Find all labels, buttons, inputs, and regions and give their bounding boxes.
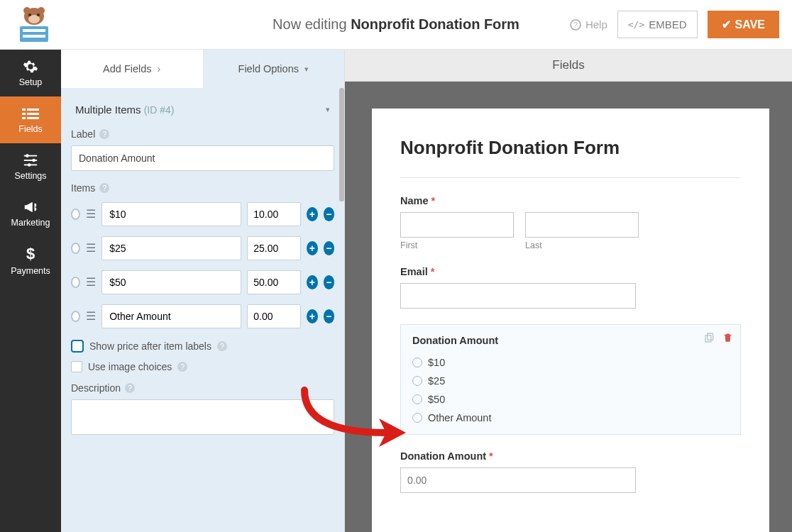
donation-amount-input[interactable]	[400, 467, 636, 493]
item-row: ☰+−	[71, 202, 334, 226]
tab-label: Add Fields	[103, 63, 152, 74]
tab-field-options[interactable]: Field Options ▾	[203, 50, 345, 88]
add-item-button[interactable]: +	[307, 275, 317, 289]
checkbox[interactable]	[71, 361, 82, 372]
tab-add-fields[interactable]: Add Fields ›	[61, 50, 203, 88]
required-mark: *	[489, 450, 493, 462]
default-radio[interactable]	[71, 209, 80, 220]
app-logo	[13, 5, 55, 45]
item-price-input[interactable]	[247, 304, 301, 328]
help-link[interactable]: ? Help	[570, 18, 607, 31]
duplicate-icon[interactable]	[704, 332, 715, 346]
option-label: Other Amount	[428, 412, 491, 423]
svg-rect-21	[708, 333, 713, 340]
svg-point-18	[26, 154, 29, 157]
nav-label: Setup	[19, 77, 43, 87]
svg-rect-10	[27, 109, 39, 111]
radio-option[interactable]: $50	[412, 390, 729, 409]
remove-item-button[interactable]: −	[324, 241, 334, 255]
help-icon: ?	[570, 19, 581, 31]
nav-marketing[interactable]: Marketing	[0, 190, 61, 237]
option-label: $10	[428, 357, 445, 368]
last-name-input[interactable]	[525, 212, 639, 238]
help-icon[interactable]: ?	[177, 362, 187, 372]
chevron-down-icon: ▾	[326, 105, 330, 114]
description-textarea[interactable]	[71, 399, 334, 435]
default-radio[interactable]	[71, 277, 80, 288]
svg-point-20	[28, 163, 31, 167]
option-label: $50	[428, 394, 445, 405]
save-label: SAVE	[735, 18, 765, 31]
chevron-right-icon: ›	[158, 63, 161, 74]
option-label: $25	[428, 375, 445, 387]
nav-payments[interactable]: $ Payments	[0, 237, 61, 284]
item-label-input[interactable]	[101, 202, 241, 226]
nav-settings[interactable]: Settings	[0, 143, 61, 190]
add-item-button[interactable]: +	[307, 241, 317, 255]
svg-rect-7	[23, 29, 45, 32]
check-icon: ✔	[722, 18, 731, 31]
help-icon[interactable]: ?	[99, 183, 109, 193]
drag-handle-icon[interactable]: ☰	[86, 311, 96, 322]
radio-option[interactable]: Other Amount	[412, 409, 729, 427]
field-label-input[interactable]	[71, 145, 334, 171]
preview-header-label: Fields	[552, 58, 584, 72]
default-radio[interactable]	[71, 311, 80, 322]
items-label: Items	[71, 182, 95, 194]
radio-icon	[412, 394, 422, 404]
radio-option[interactable]: $10	[412, 353, 729, 372]
default-radio[interactable]	[71, 243, 80, 254]
first-name-input[interactable]	[400, 212, 514, 238]
radio-option[interactable]: $25	[412, 372, 729, 390]
help-icon[interactable]: ?	[125, 383, 135, 393]
item-price-input[interactable]	[247, 236, 301, 260]
checkbox-label: Use image choices	[88, 361, 172, 372]
nav-label: Settings	[14, 171, 46, 181]
help-icon[interactable]: ?	[99, 129, 109, 139]
remove-item-button[interactable]: −	[324, 207, 334, 221]
item-label-input[interactable]	[101, 304, 241, 328]
drag-handle-icon[interactable]: ☰	[86, 277, 96, 288]
tab-label: Field Options	[238, 63, 299, 74]
item-label-input[interactable]	[101, 236, 241, 260]
selected-field-donation[interactable]: Donation Amount $10$25$50Other Amount	[400, 324, 741, 435]
help-icon[interactable]: ?	[217, 341, 227, 351]
add-item-button[interactable]: +	[307, 207, 317, 221]
remove-item-button[interactable]: −	[324, 275, 334, 289]
save-button[interactable]: ✔ SAVE	[708, 11, 779, 38]
drag-handle-icon[interactable]: ☰	[86, 209, 96, 220]
embed-icon: </>	[628, 19, 644, 30]
email-input[interactable]	[400, 283, 636, 309]
use-image-choices-row[interactable]: Use image choices ?	[71, 361, 334, 372]
svg-rect-9	[22, 109, 26, 111]
trash-icon[interactable]	[722, 332, 733, 346]
panel-scrollbar[interactable]	[339, 88, 344, 201]
nav-fields[interactable]: Fields	[0, 96, 61, 143]
checkbox-label: Show price after item labels	[89, 340, 211, 352]
svg-rect-14	[27, 117, 39, 119]
remove-item-button[interactable]: −	[324, 309, 334, 323]
add-item-button[interactable]: +	[307, 309, 317, 323]
item-price-input[interactable]	[247, 202, 301, 226]
name-label: Name	[400, 195, 429, 206]
item-label-input[interactable]	[101, 270, 241, 294]
donation-label: Donation Amount	[412, 335, 498, 346]
amount-label: Donation Amount	[400, 450, 486, 462]
embed-button[interactable]: </> EMBED	[617, 11, 698, 38]
editing-form-name: Nonprofit Donation Form	[351, 16, 519, 32]
checkbox[interactable]	[71, 340, 84, 353]
left-nav: Setup Fields Settings Marketing $ Paymen…	[0, 50, 61, 532]
section-header[interactable]: Multiple Items (ID #4) ▾	[71, 96, 334, 128]
form-title: Nonprofit Donation Form	[400, 137, 741, 159]
item-price-input[interactable]	[247, 270, 301, 294]
show-price-checkbox-row[interactable]: Show price after item labels ?	[71, 340, 334, 353]
nav-setup[interactable]: Setup	[0, 50, 61, 96]
svg-point-1	[23, 7, 31, 14]
email-label: Email	[400, 266, 428, 277]
svg-point-5	[37, 13, 40, 16]
svg-point-19	[32, 159, 35, 162]
sliders-icon	[23, 153, 38, 168]
radio-icon	[412, 376, 422, 386]
item-row: ☰+−	[71, 304, 334, 328]
drag-handle-icon[interactable]: ☰	[86, 243, 96, 254]
